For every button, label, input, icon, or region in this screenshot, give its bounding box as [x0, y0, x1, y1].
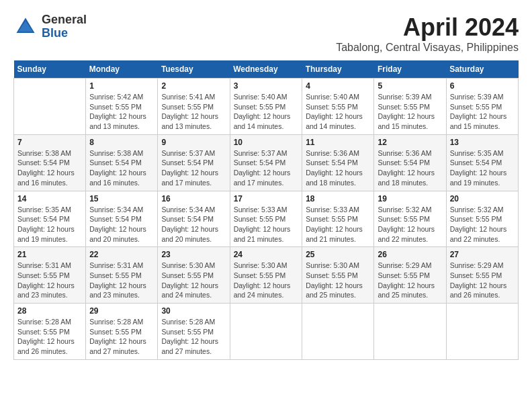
day-number: 24	[234, 250, 299, 259]
logo-blue-text: Blue	[42, 27, 87, 40]
day-number: 12	[378, 138, 442, 147]
day-info: Sunrise: 5:28 AM Sunset: 5:55 PM Dayligh…	[89, 317, 154, 357]
calendar-cell: 20Sunrise: 5:32 AM Sunset: 5:55 PM Dayli…	[446, 191, 518, 247]
day-info: Sunrise: 5:40 AM Sunset: 5:55 PM Dayligh…	[306, 92, 370, 132]
day-info: Sunrise: 5:39 AM Sunset: 5:55 PM Dayligh…	[450, 92, 515, 132]
day-number: 30	[161, 306, 226, 316]
month-title: April 2024	[336, 13, 519, 42]
weekday-header-friday: Friday	[374, 60, 446, 79]
day-number: 22	[89, 250, 154, 259]
day-info: Sunrise: 5:29 AM Sunset: 5:55 PM Dayligh…	[378, 261, 442, 300]
calendar-cell: 24Sunrise: 5:30 AM Sunset: 5:55 PM Dayli…	[230, 247, 302, 304]
day-info: Sunrise: 5:34 AM Sunset: 5:54 PM Dayligh…	[161, 205, 226, 244]
calendar-cell: 27Sunrise: 5:29 AM Sunset: 5:55 PM Dayli…	[446, 247, 518, 304]
day-info: Sunrise: 5:35 AM Sunset: 5:54 PM Dayligh…	[17, 205, 82, 244]
calendar-cell: 30Sunrise: 5:28 AM Sunset: 5:55 PM Dayli…	[158, 304, 230, 360]
weekday-header-thursday: Thursday	[302, 60, 374, 79]
day-number: 21	[17, 250, 82, 259]
day-info: Sunrise: 5:32 AM Sunset: 5:55 PM Dayligh…	[378, 205, 442, 244]
title-area: April 2024 Tabalong, Central Visayas, Ph…	[336, 13, 519, 54]
page-header: General Blue April 2024 Tabalong, Centra…	[13, 13, 519, 54]
calendar-cell: 17Sunrise: 5:33 AM Sunset: 5:55 PM Dayli…	[230, 191, 302, 247]
calendar-cell: 21Sunrise: 5:31 AM Sunset: 5:55 PM Dayli…	[14, 247, 86, 304]
day-info: Sunrise: 5:30 AM Sunset: 5:55 PM Dayligh…	[161, 261, 226, 300]
weekday-header-monday: Monday	[86, 60, 158, 79]
day-number: 11	[306, 138, 370, 147]
calendar-cell: 12Sunrise: 5:36 AM Sunset: 5:54 PM Dayli…	[374, 134, 446, 191]
calendar-cell: 29Sunrise: 5:28 AM Sunset: 5:55 PM Dayli…	[86, 304, 158, 360]
calendar-cell: 2Sunrise: 5:41 AM Sunset: 5:55 PM Daylig…	[158, 79, 230, 135]
calendar-cell: 3Sunrise: 5:40 AM Sunset: 5:55 PM Daylig…	[230, 79, 302, 135]
day-number: 23	[161, 250, 226, 259]
logo-general-text: General	[42, 13, 87, 27]
calendar-cell: 10Sunrise: 5:37 AM Sunset: 5:54 PM Dayli…	[230, 134, 302, 191]
day-info: Sunrise: 5:37 AM Sunset: 5:54 PM Dayligh…	[161, 148, 226, 188]
day-number: 26	[378, 250, 442, 259]
calendar-table: SundayMondayTuesdayWednesdayThursdayFrid…	[13, 60, 519, 360]
day-info: Sunrise: 5:33 AM Sunset: 5:55 PM Dayligh…	[306, 205, 370, 244]
calendar-week-row: 1Sunrise: 5:42 AM Sunset: 5:55 PM Daylig…	[14, 79, 519, 135]
calendar-cell: 4Sunrise: 5:40 AM Sunset: 5:55 PM Daylig…	[302, 79, 374, 135]
logo: General Blue	[13, 13, 87, 40]
day-number: 25	[306, 250, 370, 259]
day-number: 18	[306, 194, 370, 203]
day-number: 20	[450, 194, 515, 203]
location-title: Tabalong, Central Visayas, Philippines	[336, 42, 519, 54]
day-number: 16	[161, 194, 226, 203]
day-info: Sunrise: 5:38 AM Sunset: 5:54 PM Dayligh…	[89, 148, 154, 188]
day-number: 17	[234, 194, 299, 203]
day-number: 3	[234, 81, 299, 91]
weekday-header-saturday: Saturday	[446, 60, 518, 79]
day-info: Sunrise: 5:37 AM Sunset: 5:54 PM Dayligh…	[234, 148, 299, 188]
weekday-header-sunday: Sunday	[14, 60, 86, 79]
calendar-cell: 16Sunrise: 5:34 AM Sunset: 5:54 PM Dayli…	[158, 191, 230, 247]
day-number: 6	[450, 81, 515, 91]
day-number: 29	[89, 306, 154, 316]
calendar-cell: 19Sunrise: 5:32 AM Sunset: 5:55 PM Dayli…	[374, 191, 446, 247]
day-info: Sunrise: 5:31 AM Sunset: 5:55 PM Dayligh…	[89, 261, 154, 300]
day-info: Sunrise: 5:30 AM Sunset: 5:55 PM Dayligh…	[234, 261, 299, 300]
day-number: 28	[17, 306, 82, 316]
day-number: 9	[161, 138, 226, 147]
calendar-week-row: 7Sunrise: 5:38 AM Sunset: 5:54 PM Daylig…	[14, 134, 519, 191]
weekday-header-wednesday: Wednesday	[230, 60, 302, 79]
calendar-cell: 25Sunrise: 5:30 AM Sunset: 5:55 PM Dayli…	[302, 247, 374, 304]
day-info: Sunrise: 5:38 AM Sunset: 5:54 PM Dayligh…	[17, 148, 82, 188]
calendar-cell: 23Sunrise: 5:30 AM Sunset: 5:55 PM Dayli…	[158, 247, 230, 304]
day-info: Sunrise: 5:30 AM Sunset: 5:55 PM Dayligh…	[306, 261, 370, 300]
day-info: Sunrise: 5:32 AM Sunset: 5:55 PM Dayligh…	[450, 205, 515, 244]
day-number: 19	[378, 194, 442, 203]
day-info: Sunrise: 5:39 AM Sunset: 5:55 PM Dayligh…	[378, 92, 442, 132]
day-info: Sunrise: 5:33 AM Sunset: 5:55 PM Dayligh…	[234, 205, 299, 244]
calendar-cell: 8Sunrise: 5:38 AM Sunset: 5:54 PM Daylig…	[86, 134, 158, 191]
day-number: 15	[89, 194, 154, 203]
day-info: Sunrise: 5:28 AM Sunset: 5:55 PM Dayligh…	[161, 317, 226, 357]
calendar-cell: 7Sunrise: 5:38 AM Sunset: 5:54 PM Daylig…	[14, 134, 86, 191]
calendar-week-row: 21Sunrise: 5:31 AM Sunset: 5:55 PM Dayli…	[14, 247, 519, 304]
calendar-week-row: 28Sunrise: 5:28 AM Sunset: 5:55 PM Dayli…	[14, 304, 519, 360]
calendar-cell: 22Sunrise: 5:31 AM Sunset: 5:55 PM Dayli…	[86, 247, 158, 304]
calendar-cell: 15Sunrise: 5:34 AM Sunset: 5:54 PM Dayli…	[86, 191, 158, 247]
logo-icon	[13, 15, 38, 39]
day-number: 27	[450, 250, 515, 259]
day-info: Sunrise: 5:29 AM Sunset: 5:55 PM Dayligh…	[450, 261, 515, 300]
day-info: Sunrise: 5:28 AM Sunset: 5:55 PM Dayligh…	[17, 317, 82, 357]
day-info: Sunrise: 5:31 AM Sunset: 5:55 PM Dayligh…	[17, 261, 82, 300]
day-info: Sunrise: 5:34 AM Sunset: 5:54 PM Dayligh…	[89, 205, 154, 244]
day-number: 4	[306, 81, 370, 91]
day-number: 13	[450, 138, 515, 147]
calendar-cell: 26Sunrise: 5:29 AM Sunset: 5:55 PM Dayli…	[374, 247, 446, 304]
day-number: 1	[89, 81, 154, 91]
calendar-week-row: 14Sunrise: 5:35 AM Sunset: 5:54 PM Dayli…	[14, 191, 519, 247]
day-number: 10	[234, 138, 299, 147]
day-info: Sunrise: 5:35 AM Sunset: 5:54 PM Dayligh…	[450, 148, 515, 188]
calendar-cell: 11Sunrise: 5:36 AM Sunset: 5:54 PM Dayli…	[302, 134, 374, 191]
day-number: 5	[378, 81, 442, 91]
calendar-cell	[230, 304, 302, 360]
calendar-cell	[14, 79, 86, 135]
calendar-cell: 13Sunrise: 5:35 AM Sunset: 5:54 PM Dayli…	[446, 134, 518, 191]
calendar-cell: 5Sunrise: 5:39 AM Sunset: 5:55 PM Daylig…	[374, 79, 446, 135]
day-info: Sunrise: 5:36 AM Sunset: 5:54 PM Dayligh…	[378, 148, 442, 188]
day-number: 14	[17, 194, 82, 203]
day-number: 8	[89, 138, 154, 147]
